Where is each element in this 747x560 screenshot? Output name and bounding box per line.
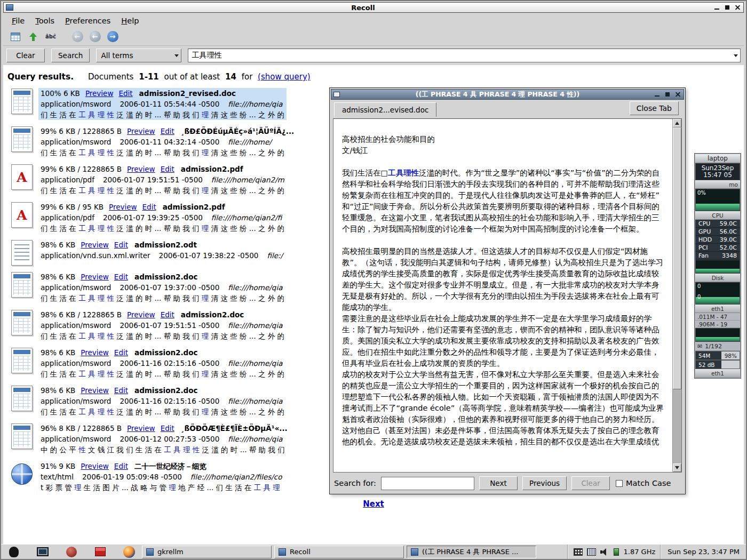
task-window-icon bbox=[411, 548, 418, 556]
prev-page-button[interactable]: ← bbox=[87, 29, 103, 44]
result-meta-line: application/msword2006-01-07 19:51:51 -0… bbox=[41, 320, 284, 331]
terminal-launcher[interactable] bbox=[36, 546, 49, 558]
taskbar: gkrellmRecoll((工 PHRASE 4 具 PHRASE ... 1… bbox=[1, 544, 746, 559]
edit-link[interactable]: Edit bbox=[161, 424, 174, 433]
close-tab-button[interactable]: Close Tab bbox=[630, 101, 679, 115]
preview-link[interactable]: Preview bbox=[127, 165, 155, 173]
media-launcher[interactable] bbox=[65, 546, 78, 558]
find-previous-button[interactable]: Previous bbox=[522, 476, 567, 490]
edit-link[interactable]: Edit bbox=[161, 310, 174, 319]
edit-link[interactable]: Edit bbox=[118, 89, 132, 98]
search-button[interactable]: Search bbox=[51, 49, 90, 62]
scroll-up-icon[interactable] bbox=[673, 119, 681, 127]
term-explorer-button[interactable]: âbĉ bbox=[43, 29, 59, 44]
next-page-link[interactable]: Next bbox=[363, 499, 384, 509]
edit-link[interactable]: Edit bbox=[161, 165, 174, 173]
preview-titlebar[interactable]: ((工 PHRASE 4 具 PHRASE 4 理 PHRASE 4 性)) bbox=[331, 89, 684, 100]
scroll-down-icon[interactable] bbox=[673, 463, 681, 472]
doc-page-icon bbox=[11, 126, 33, 152]
preview-link[interactable]: Preview bbox=[81, 386, 109, 395]
search-mode-select[interactable]: All terms bbox=[96, 49, 181, 62]
doc-page-icon bbox=[11, 423, 33, 449]
preview-link[interactable]: Preview bbox=[81, 273, 109, 281]
menu-file[interactable]: File bbox=[6, 15, 30, 27]
odt-file-icon bbox=[5, 239, 38, 266]
show-query-link[interactable]: (show query) bbox=[258, 72, 311, 82]
battery-icon[interactable] bbox=[614, 548, 619, 556]
menu-tools[interactable]: Tools bbox=[30, 15, 60, 27]
firefox-launcher[interactable] bbox=[123, 546, 136, 558]
cpu-frequency: 1.87 GHz bbox=[624, 548, 656, 556]
doc-file-icon bbox=[5, 271, 38, 303]
search-input[interactable] bbox=[188, 50, 732, 61]
doc-file-icon bbox=[5, 347, 38, 379]
edit-link[interactable]: Edit bbox=[114, 273, 128, 281]
find-input[interactable] bbox=[381, 477, 474, 490]
preview-tab[interactable]: admission2...evised.doc bbox=[334, 102, 436, 117]
gkrellm-side-label: mo bbox=[695, 180, 740, 189]
first-page-button[interactable]: ← bbox=[69, 29, 85, 44]
preview-link[interactable]: Preview bbox=[127, 310, 155, 319]
find-clear-button[interactable]: Clear bbox=[571, 476, 610, 490]
gkrellm-volume-meter[interactable]: 52 dB bbox=[695, 360, 740, 369]
preview-link[interactable]: Preview bbox=[85, 89, 114, 98]
edit-link[interactable]: Edit bbox=[161, 127, 174, 135]
edit-link[interactable]: Edit bbox=[114, 241, 128, 249]
edit-link[interactable]: Edit bbox=[114, 386, 128, 395]
package-launcher[interactable] bbox=[94, 546, 107, 558]
preview-scrollbar[interactable] bbox=[672, 119, 681, 472]
preview-paragraph: 需要注意的是这些毕业后在社会上能成功发展的学生并不一定是在大学里学习成绩最好的学… bbox=[342, 313, 666, 369]
cells-icon[interactable] bbox=[587, 548, 596, 556]
taskbar-window-preview[interactable]: ((工 PHRASE 4 具 PHRASE ... bbox=[407, 546, 536, 558]
preview-minimize-icon[interactable] bbox=[653, 91, 662, 98]
result-snippet: 们 生 活 在 工 具 理 性 泛 滥 的 时 ... 帮 助 我 们 理 清 … bbox=[41, 109, 284, 120]
result-snippet: 们 生 活 在 工 具 理 性 泛 滥 的 时 ... 帮 助 我 们 理 清 … bbox=[41, 147, 294, 158]
preview-link[interactable]: Preview bbox=[81, 462, 109, 470]
preview-close-icon[interactable] bbox=[673, 91, 682, 98]
preview-maximize-icon[interactable] bbox=[663, 91, 672, 98]
preview-link[interactable]: Preview bbox=[81, 348, 109, 357]
gkrellm-panel[interactable]: laptopSun23Sep15:47 05mo0%CPUCPU59.0CGPU… bbox=[694, 153, 741, 379]
taskbar-window-gkrellm[interactable]: gkrellm bbox=[142, 546, 272, 558]
query-fragments-button[interactable] bbox=[7, 29, 23, 44]
menu-preferences[interactable]: Preferences bbox=[60, 15, 116, 27]
edit-link[interactable]: Edit bbox=[114, 348, 128, 357]
result-filename: admission2.pdf bbox=[163, 203, 225, 211]
edit-link[interactable]: Edit bbox=[114, 462, 128, 470]
edit-link[interactable]: Edit bbox=[142, 203, 156, 211]
wmaker-launcher[interactable] bbox=[7, 546, 20, 558]
preview-link[interactable]: Preview bbox=[127, 127, 155, 135]
scrollbar-groove[interactable] bbox=[673, 127, 681, 463]
result-meta-line: application/msword2006-01-11 05:54:44 -0… bbox=[41, 99, 284, 109]
keyboard-layout-icon[interactable] bbox=[574, 548, 583, 556]
preview-link[interactable]: Preview bbox=[109, 203, 137, 211]
next-page-button[interactable]: → bbox=[105, 29, 121, 44]
result-meta-line: application/msword2006-01-12 00:27:53 -0… bbox=[41, 434, 288, 444]
sort-parameters-button[interactable] bbox=[25, 29, 41, 44]
recoll-titlebar[interactable]: Recoll bbox=[3, 2, 744, 13]
menu-help[interactable]: Help bbox=[116, 15, 144, 27]
match-case-checkbox[interactable]: Match Case bbox=[616, 479, 671, 487]
result-mime: application/msword bbox=[41, 397, 111, 405]
taskbar-window-recoll[interactable]: Recoll bbox=[274, 546, 404, 558]
speaker-icon[interactable] bbox=[600, 548, 609, 556]
result-mime: application/pdf bbox=[41, 213, 94, 222]
find-next-button[interactable]: Next bbox=[479, 476, 518, 490]
result-filename: admission2.doc bbox=[134, 386, 198, 395]
maximize-icon[interactable] bbox=[723, 4, 732, 11]
search-history-arrow-icon[interactable] bbox=[732, 49, 740, 62]
close-icon[interactable] bbox=[733, 4, 742, 11]
minimize-icon[interactable] bbox=[713, 4, 721, 11]
gkrellm-mem-meter[interactable]: 54M98% bbox=[695, 351, 740, 360]
gkrellm-fan-chart bbox=[695, 260, 740, 274]
checkbox-icon[interactable] bbox=[616, 480, 623, 487]
task-window-label: Recoll bbox=[290, 548, 311, 556]
result-meta-line: application/msword2006-01-07 19:37:00 -0… bbox=[41, 282, 284, 293]
preview-link[interactable]: Preview bbox=[81, 241, 109, 249]
doc-file-icon bbox=[5, 423, 38, 455]
clear-button[interactable]: Clear bbox=[6, 49, 45, 62]
scrollbar-thumb[interactable] bbox=[673, 127, 681, 389]
search-input-wrap bbox=[188, 49, 741, 62]
result-meta-line: application/pdf2006-01-07 19:51:51 -0500… bbox=[41, 174, 284, 185]
preview-link[interactable]: Preview bbox=[127, 424, 155, 433]
